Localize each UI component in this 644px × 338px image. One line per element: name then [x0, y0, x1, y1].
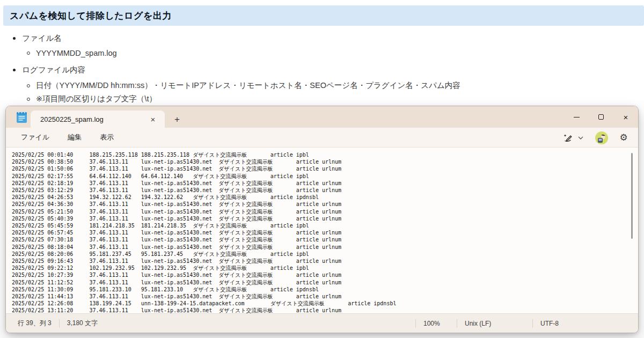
statusbar-left: 行 39、列 3 3,180 文字: [6, 319, 105, 328]
menu-file[interactable]: ファイル: [14, 130, 56, 145]
tab-title: 20250225_spam.log: [40, 115, 147, 123]
bullet-circle-icon: [27, 98, 30, 101]
file-name-label: ファイル名: [22, 33, 62, 43]
log-text[interactable]: 2025/02/25 00:01:40 188.215.235.118 188.…: [6, 148, 638, 313]
titlebar[interactable]: 20250225_spam.log × + ×: [6, 106, 638, 128]
notepad-window: 20250225_spam.log × + × ファイル 編集 表示: [5, 106, 639, 333]
text-editor-area[interactable]: 2025/02/25 00:01:40 188.215.235.118 188.…: [6, 148, 638, 313]
notes-list: ファイル名 YYYYMMDD_spam.log ログファイル内容 日付（YYYY…: [13, 33, 460, 104]
maximize-button[interactable]: [589, 106, 613, 128]
log-content-desc: 日付（YYYY/MM/DD hh:mm:ss）・リモートIPアドレス・リモートホ…: [36, 80, 460, 91]
chevron-down-icon[interactable]: [576, 130, 586, 145]
maximize-icon: [598, 114, 604, 120]
page-title-text: スパムを検知して排除したログを出力: [10, 10, 172, 22]
statusbar: 行 39、列 3 3,180 文字 100% Unix (LF) UTF-8: [6, 313, 638, 333]
cursor-position: 行 39、列 3: [10, 319, 59, 328]
encoding[interactable]: UTF-8: [533, 320, 592, 327]
minimize-button[interactable]: [564, 106, 589, 128]
menu-view[interactable]: 表示: [93, 130, 120, 145]
log-content-label: ログファイル内容: [22, 65, 85, 75]
close-button[interactable]: ×: [613, 106, 638, 128]
copilot-pen-icon: [562, 133, 573, 143]
list-item: ログファイル内容: [13, 65, 460, 75]
minimize-icon: [574, 117, 580, 117]
tab-20250225-spam-log[interactable]: 20250225_spam.log ×: [31, 111, 165, 128]
bullet-circle-icon: [27, 84, 30, 87]
list-item: ファイル名: [13, 33, 460, 43]
new-tab-button[interactable]: +: [170, 113, 184, 127]
statusbar-right: 100% Unix (LF) UTF-8: [415, 319, 592, 328]
char-count: 3,180 文字: [60, 319, 105, 328]
tab-close-icon[interactable]: ×: [147, 113, 159, 126]
log-content-note: ※項目間の区切りはタブ文字（\t）: [36, 94, 157, 104]
list-item: ※項目間の区切りはタブ文字（\t）: [27, 94, 460, 104]
account-avatar[interactable]: [595, 131, 608, 144]
copilot-rewrite-button[interactable]: [560, 130, 576, 145]
bullet-icon: [13, 69, 16, 71]
window-controls: ×: [564, 106, 638, 128]
vertical-scrollbar[interactable]: [631, 153, 633, 239]
menubar: ファイル 編集 表示: [6, 128, 638, 148]
page-title: スパムを検知して排除したログを出力: [3, 5, 644, 26]
bullet-icon: [13, 37, 16, 40]
zoom-level[interactable]: 100%: [416, 320, 457, 327]
file-name-value: YYYYMMDD_spam.log: [36, 49, 117, 57]
avatar-figure: [595, 131, 608, 144]
list-item: 日付（YYYY/MM/DD hh:mm:ss）・リモートIPアドレス・リモートホ…: [27, 80, 460, 91]
settings-gear-icon[interactable]: ⚙: [617, 130, 631, 145]
list-item: YYYYMMDD_spam.log: [27, 49, 460, 57]
menu-edit[interactable]: 編集: [61, 130, 88, 145]
bullet-circle-icon: [27, 52, 30, 55]
close-icon: ×: [624, 113, 628, 122]
line-ending[interactable]: Unix (LF): [457, 320, 532, 327]
menubar-icons: ⚙: [560, 128, 631, 148]
notepad-app-icon: [16, 111, 27, 123]
